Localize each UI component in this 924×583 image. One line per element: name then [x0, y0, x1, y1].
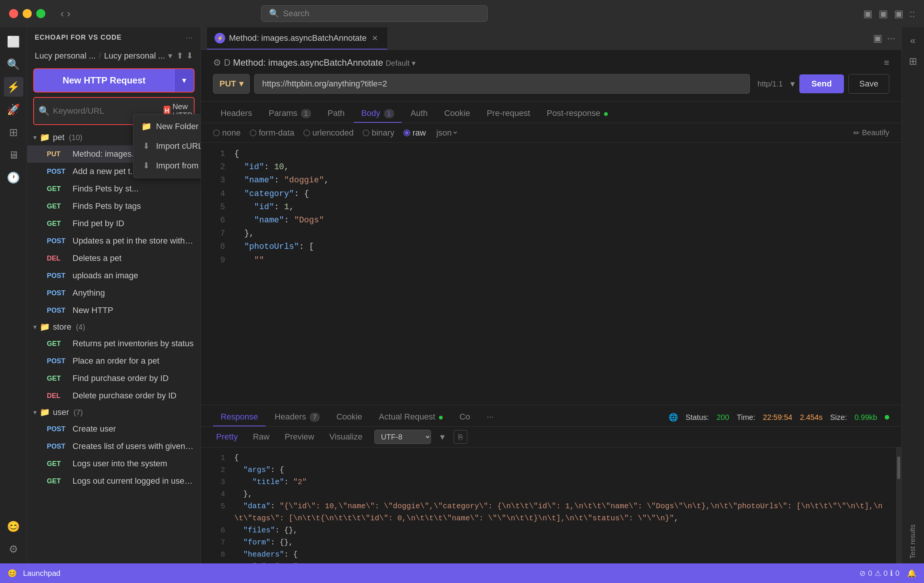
- tab-params[interactable]: Params 1: [261, 105, 318, 123]
- pet-item-7[interactable]: DEL Deletes a pet: [27, 250, 201, 267]
- activity-grid-icon[interactable]: ⊞: [4, 122, 23, 142]
- pet-item-5[interactable]: GET Find pet by ID: [27, 215, 201, 232]
- panel-toggle-icon[interactable]: ▣: [879, 8, 888, 20]
- close-button[interactable]: [9, 9, 18, 18]
- resp-content-8: "headers": {: [234, 548, 889, 561]
- user-item-4[interactable]: GET Logs out current logged in user sess…: [27, 473, 201, 490]
- forward-button[interactable]: ›: [67, 8, 70, 20]
- upload-icon[interactable]: ⬆: [177, 51, 183, 61]
- download-icon[interactable]: ⬇: [186, 51, 193, 61]
- tab-close-button[interactable]: ✕: [370, 33, 380, 43]
- more-icon[interactable]: ::: [910, 8, 915, 20]
- encoding-select[interactable]: UTF-8 UTF-16 ISO-8859-1: [375, 430, 431, 444]
- activity-api-icon[interactable]: ⚡: [4, 77, 23, 97]
- user-item-3[interactable]: GET Logs user into the system: [27, 455, 201, 473]
- response-tab-actual-request[interactable]: Actual Request: [371, 408, 450, 426]
- store-item-3[interactable]: GET Find purchase order by ID: [27, 370, 201, 387]
- format-preview[interactable]: Preview: [281, 430, 317, 443]
- new-request-button[interactable]: New HTTP Request: [34, 69, 174, 92]
- group-user-header[interactable]: ▾ 📁 user (7): [27, 404, 201, 420]
- beautify-button[interactable]: ✏ Beautify: [853, 128, 889, 137]
- tab-headers[interactable]: Headers: [213, 105, 259, 123]
- radio-form-data[interactable]: form-data: [250, 128, 294, 138]
- format-pretty[interactable]: Pretty: [213, 430, 241, 443]
- radio-none-dot: [213, 130, 220, 136]
- format-raw[interactable]: Raw: [250, 430, 272, 443]
- response-tab-more[interactable]: ···: [479, 408, 501, 426]
- bell-icon[interactable]: 🔔: [907, 569, 916, 578]
- url-input[interactable]: [254, 74, 750, 94]
- pet-item-9-label: Anything: [73, 288, 105, 298]
- format-visualize[interactable]: Visualize: [327, 430, 366, 443]
- radio-urlencoded[interactable]: urlencoded: [304, 128, 353, 138]
- request-tabs-nav: Headers Params 1 Path Body 1 Auth Cookie…: [201, 102, 901, 123]
- response-status-bar: 🌐 Status: 200 Time: 22:59:54 2.454s Size…: [669, 413, 889, 422]
- maximize-button[interactable]: [36, 9, 45, 18]
- back-button[interactable]: ‹: [61, 8, 64, 20]
- resp-line-7: 7 "form": {},: [213, 537, 889, 548]
- store-item-2[interactable]: POST Place an order for a pet: [27, 352, 201, 370]
- pet-item-10[interactable]: POST New HTTP: [27, 302, 201, 319]
- tab-auth[interactable]: Auth: [403, 105, 435, 123]
- tab-body[interactable]: Body 1: [353, 105, 401, 123]
- global-search-bar[interactable]: 🔍 Search: [261, 5, 488, 22]
- side-panel-chevron-icon[interactable]: «: [907, 32, 918, 49]
- method-selector[interactable]: PUT ▾: [213, 74, 250, 94]
- side-panel-table-icon[interactable]: ⊞: [906, 53, 920, 70]
- layout-icon[interactable]: ▣: [894, 8, 904, 20]
- user-item-2[interactable]: POST Creates list of users with given in…: [27, 438, 201, 455]
- format-select[interactable]: json text html xml: [435, 128, 458, 138]
- activity-monitor-icon[interactable]: 🖥: [4, 145, 23, 165]
- activity-face-icon[interactable]: 😊: [4, 517, 23, 536]
- tab-more-icon[interactable]: ···: [887, 33, 895, 44]
- store-item-1[interactable]: GET Returns pet inventories by status: [27, 335, 201, 352]
- import-curl-icon: ⬇: [141, 141, 152, 152]
- pet-item-6[interactable]: POST Updates a pet in the store with for…: [27, 232, 201, 250]
- response-tab-headers[interactable]: Headers 7: [267, 408, 327, 426]
- tab-post-response[interactable]: Post-response: [539, 105, 615, 123]
- pet-item-9[interactable]: POST Anything: [27, 284, 201, 302]
- activity-search-icon[interactable]: 🔍: [4, 54, 23, 74]
- resp-line-1: 1 {: [213, 452, 889, 464]
- encoding-chevron-icon[interactable]: ▾: [440, 431, 445, 442]
- activity-files-icon[interactable]: ⬜: [4, 32, 23, 51]
- active-tab[interactable]: ⚡ Method: images.asyncBatchAnnotate ✕: [207, 27, 387, 49]
- save-button[interactable]: Save: [848, 74, 889, 94]
- user-item-1[interactable]: POST Create user: [27, 420, 201, 438]
- pet-item-8[interactable]: POST uploads an image: [27, 267, 201, 284]
- sidebar-toggle-icon[interactable]: ▣: [863, 8, 873, 20]
- activity-settings-icon[interactable]: ⚙: [4, 539, 23, 559]
- tab-cookie[interactable]: Cookie: [437, 105, 477, 123]
- workspace-chevron[interactable]: ▾: [168, 51, 172, 61]
- dropdown-new-folder[interactable]: 📁 New Folder: [134, 117, 201, 136]
- dropdown-import-postman[interactable]: ⬇ Import from Postman: [134, 156, 201, 176]
- radio-raw[interactable]: raw: [403, 128, 426, 138]
- minimize-button[interactable]: [23, 9, 32, 18]
- dropdown-import-curl[interactable]: ⬇ Import cURL: [134, 136, 201, 156]
- pre-request-label: Pre-request: [487, 109, 530, 118]
- store-item-4[interactable]: DEL Delete purchase order by ID: [27, 387, 201, 404]
- activity-rocket-icon[interactable]: 🚀: [4, 100, 23, 119]
- send-button[interactable]: Send: [799, 74, 844, 93]
- beautify-icon: ✏: [853, 128, 860, 137]
- radio-binary[interactable]: binary: [363, 128, 394, 138]
- tab-pre-request[interactable]: Pre-request: [479, 105, 538, 123]
- more-options-icon[interactable]: ···: [185, 33, 193, 42]
- radio-none[interactable]: none: [213, 128, 241, 138]
- resp-num-7: 7: [213, 537, 225, 548]
- response-tab-response[interactable]: Response: [213, 408, 266, 426]
- copy-button[interactable]: ⎘: [454, 430, 467, 444]
- protocol-chevron-icon[interactable]: ▾: [790, 79, 795, 89]
- group-store-header[interactable]: ▾ 📁 store (4): [27, 319, 201, 335]
- pet-item-3[interactable]: GET Finds Pets by st...: [27, 180, 201, 198]
- request-menu-icon[interactable]: ≡: [884, 58, 889, 68]
- new-request-dropdown-button[interactable]: ▾: [174, 69, 194, 92]
- pet-item-4[interactable]: GET Finds Pets by tags: [27, 198, 201, 215]
- response-scrollbar[interactable]: [896, 448, 901, 563]
- code-editor[interactable]: 1 { 2 "id": 10, 3 "name": "doggie", 4 "c…: [201, 143, 901, 405]
- activity-clock-icon[interactable]: 🕐: [4, 168, 23, 187]
- tab-path[interactable]: Path: [320, 105, 352, 123]
- split-view-icon[interactable]: ▣: [873, 33, 883, 44]
- response-tab-cookie[interactable]: Cookie: [328, 408, 370, 426]
- response-tab-co[interactable]: Co: [452, 408, 477, 426]
